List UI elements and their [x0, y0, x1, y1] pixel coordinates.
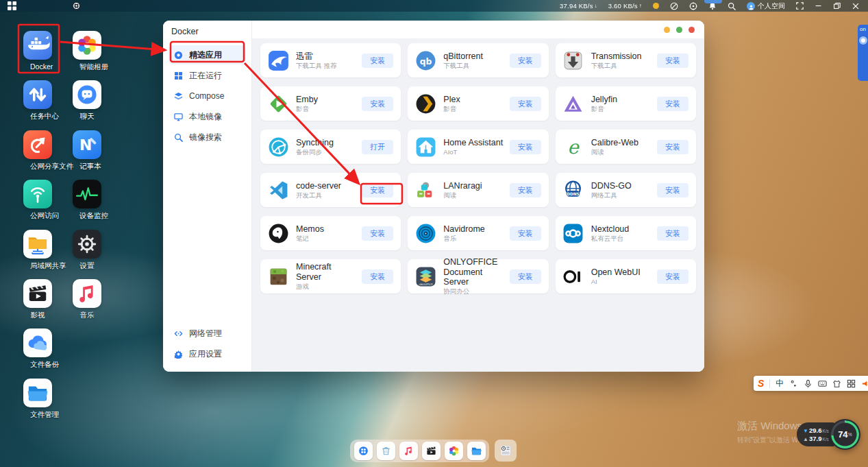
- desktop-icon-files[interactable]: 文件管理: [23, 379, 53, 420]
- user-space[interactable]: 个人空间: [741, 0, 791, 12]
- install-button-qbittorrent[interactable]: 安装: [510, 53, 541, 68]
- monitor-icon[interactable]: [73, 180, 101, 208]
- tasks-icon[interactable]: [23, 80, 52, 109]
- install-button-xunlei[interactable]: 安装: [362, 53, 393, 68]
- app-card-transmission[interactable]: Transmission 下载工具 安装: [556, 43, 696, 77]
- docker-icon[interactable]: [23, 31, 52, 60]
- app-card-code-server[interactable]: code-server 开发工具 安装: [260, 173, 401, 207]
- system-gear-icon[interactable]: [64, 0, 88, 12]
- dock-item-trash[interactable]: [377, 442, 395, 460]
- install-button-calibre-web[interactable]: 安装: [657, 140, 689, 154]
- ime-punctuation-icon[interactable]: [789, 379, 798, 388]
- sidebar-item-app-settings[interactable]: 应用设置: [169, 344, 246, 363]
- install-button-onlyoffice[interactable]: 安装: [510, 270, 541, 284]
- share-icon[interactable]: [23, 130, 52, 159]
- close-button[interactable]: [846, 0, 865, 12]
- install-button-transmission[interactable]: 安装: [657, 53, 689, 68]
- desktop-icon-share[interactable]: 公网分享文件: [23, 130, 53, 171]
- install-button-lanraragi[interactable]: 安装: [510, 183, 541, 197]
- desktop-icon-tasks[interactable]: 任务中心: [23, 80, 53, 121]
- fullscreen-icon[interactable]: [791, 0, 809, 12]
- ime-horn-icon[interactable]: [861, 379, 868, 388]
- notes-icon[interactable]: N: [73, 130, 101, 159]
- app-card-open-webui[interactable]: Open WebUI AI 安装: [556, 259, 696, 294]
- cpu-gauge[interactable]: 74 %: [830, 419, 860, 450]
- access-icon[interactable]: [23, 180, 52, 208]
- music-icon[interactable]: [73, 279, 101, 308]
- dock-item-video[interactable]: [422, 442, 441, 460]
- search-icon[interactable]: [722, 0, 741, 12]
- window-minimize-traffic-light[interactable]: [664, 27, 670, 33]
- desktop-icon-lan[interactable]: 局域网共享: [23, 230, 53, 271]
- ime-skin-icon[interactable]: [832, 379, 841, 388]
- desktop-icon-music[interactable]: 音乐: [72, 279, 102, 320]
- app-card-minecraft[interactable]: Minecraft Server 游戏 安装: [260, 259, 401, 294]
- ime-toolbox-icon[interactable]: [847, 379, 856, 388]
- install-button-ddns-go[interactable]: 安装: [657, 183, 689, 197]
- sidebar-item-network[interactable]: 网络管理: [169, 324, 246, 343]
- status-dot-icon[interactable]: [647, 0, 665, 12]
- app-card-nextcloud[interactable]: Nextcloud 私有云平台 安装: [556, 216, 696, 250]
- app-card-syncthing[interactable]: Syncthing 备份同步 打开: [260, 130, 401, 164]
- app-card-onlyoffice[interactable]: ONLYOFFICE ONLYOFFICE Document Server 协同…: [408, 259, 548, 294]
- chat-icon[interactable]: [73, 80, 101, 109]
- app-card-plex[interactable]: Plex 影音 安装: [408, 86, 548, 121]
- desktop-icon-movies[interactable]: 影视: [23, 279, 53, 320]
- sidebar-item-compose[interactable]: Compose: [169, 86, 246, 106]
- app-card-jellyfin[interactable]: Jellyfin 影音 安装: [556, 86, 696, 121]
- screenshot-icon[interactable]: [684, 0, 703, 12]
- app-card-calibre-web[interactable]: e Calibre-Web 阅读 安装: [556, 130, 696, 164]
- open-button-syncthing[interactable]: 打开: [362, 140, 393, 154]
- movies-icon[interactable]: [23, 279, 52, 308]
- desktop-icon-access[interactable]: 公网访问: [23, 180, 53, 221]
- window-close-traffic-light[interactable]: [689, 27, 695, 33]
- install-button-home-assistant[interactable]: 安装: [510, 140, 541, 154]
- install-button-memos[interactable]: 安装: [362, 226, 393, 241]
- sogou-logo-icon[interactable]: S: [758, 378, 764, 389]
- notification-handle-tab[interactable]: [704, 0, 722, 3]
- install-button-open-webui[interactable]: 安装: [657, 270, 689, 284]
- sidebar-item-local-images[interactable]: 本地镜像: [169, 107, 246, 126]
- install-button-minecraft[interactable]: 安装: [362, 270, 393, 284]
- app-card-lanraragi[interactable]: LANraragi 阅读 安装: [408, 173, 548, 207]
- app-card-xunlei[interactable]: 迅雷 下载工具 推荐 安装: [260, 43, 401, 77]
- sidebar-item-running[interactable]: 正在运行: [169, 66, 246, 85]
- desktop-icon-notes[interactable]: N 记事本: [72, 130, 102, 171]
- install-button-plex[interactable]: 安装: [510, 97, 541, 111]
- app-card-ddns-go[interactable]: DDNS DDNS-GO 网络工具 安装: [556, 173, 696, 207]
- desktop-icon-monitor[interactable]: 设备监控: [72, 180, 102, 221]
- lan-icon[interactable]: [23, 230, 52, 259]
- install-button-navidrome[interactable]: 安装: [510, 226, 541, 241]
- install-button-code-server[interactable]: 安装: [362, 183, 393, 197]
- app-card-navidrome[interactable]: Navidrome 音乐 安装: [408, 216, 548, 250]
- minimize-button[interactable]: [809, 0, 828, 12]
- desktop-icon-chat[interactable]: 聊天: [72, 80, 102, 121]
- sidebar-item-image-search[interactable]: 镜像搜索: [169, 128, 246, 147]
- ime-keyboard-icon[interactable]: [818, 379, 827, 388]
- restore-window-button[interactable]: [828, 0, 846, 12]
- app-card-emby[interactable]: Emby 影音 安装: [260, 86, 401, 121]
- install-button-jellyfin[interactable]: 安装: [657, 97, 689, 111]
- do-not-disturb-icon[interactable]: [665, 0, 684, 12]
- dock-item-launcher[interactable]: [354, 442, 373, 460]
- desktop-icon-docker[interactable]: Docker: [23, 31, 53, 71]
- desktop-icon-settings[interactable]: 设置: [72, 230, 102, 271]
- ime-mode-chinese[interactable]: 中: [776, 378, 784, 390]
- settings-icon[interactable]: [73, 230, 101, 259]
- files-icon[interactable]: [23, 379, 52, 407]
- backup-icon[interactable]: [23, 328, 52, 357]
- dock-item-folder[interactable]: [467, 442, 486, 460]
- dock-item-photos[interactable]: [445, 442, 463, 460]
- dock-widget-tile[interactable]: [495, 440, 517, 462]
- edge-docked-widget[interactable]: on: [858, 25, 868, 81]
- ime-voice-icon[interactable]: [804, 379, 813, 388]
- dock-item-music[interactable]: [399, 442, 418, 460]
- install-button-nextcloud[interactable]: 安装: [657, 226, 689, 241]
- app-card-memos[interactable]: Memos 笔记 安装: [260, 216, 401, 250]
- desktop-icon-photos[interactable]: 智能相册: [72, 31, 102, 72]
- desktop-icon-backup[interactable]: 文件备份: [23, 328, 53, 370]
- window-maximize-traffic-light[interactable]: [676, 27, 682, 33]
- install-button-emby[interactable]: 安装: [362, 97, 393, 111]
- app-card-home-assistant[interactable]: Home Assistant AIoT 安装: [408, 130, 548, 164]
- start-grid-icon[interactable]: [0, 0, 23, 12]
